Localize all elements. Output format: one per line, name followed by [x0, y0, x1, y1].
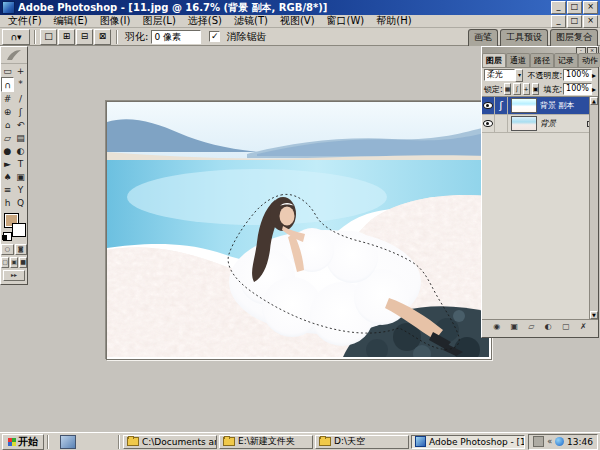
menu-file[interactable]: 文件(F)	[2, 14, 48, 28]
hand-icon: h	[5, 198, 11, 208]
close-button[interactable]: ×	[583, 1, 598, 14]
scroll-down-icon[interactable]: ▼	[590, 311, 598, 319]
lock-all-icon[interactable]: ▣	[532, 83, 540, 95]
menu-select[interactable]: 选择(S)	[182, 14, 228, 28]
slice-tool-button[interactable]: /	[14, 92, 27, 105]
minimize-button[interactable]: _	[551, 1, 566, 14]
layer-style-icon[interactable]: ◉	[493, 321, 500, 332]
lock-transparency-icon[interactable]: ▦	[504, 83, 512, 95]
standard-mode-button[interactable]: ○	[1, 244, 14, 255]
input-method-icon[interactable]	[533, 436, 544, 447]
gradient-tool-button[interactable]: ▤	[14, 131, 27, 144]
hand-tool-button[interactable]: h	[1, 196, 14, 209]
new-layer-icon[interactable]: ▢	[562, 321, 570, 332]
tab-tool-presets[interactable]: 工具预设	[500, 29, 548, 46]
magic-wand-tool-button[interactable]: *	[14, 77, 27, 90]
maximize-button[interactable]: □	[567, 1, 582, 14]
tab-channels[interactable]: 通道	[506, 53, 530, 67]
opacity-slider-arrow[interactable]: ▸	[592, 71, 596, 80]
menu-filter[interactable]: 滤镜(T)	[228, 14, 274, 28]
menu-edit[interactable]: 编辑(E)	[48, 14, 94, 28]
layer-list-scrollbar[interactable]: ▲ ▼	[589, 97, 598, 319]
clone-stamp-tool-button[interactable]: ⌂	[1, 118, 14, 131]
blend-mode-select[interactable]: 柔光	[484, 69, 515, 81]
imageready-button[interactable]: ▸▸	[3, 270, 25, 281]
visibility-toggle[interactable]	[482, 115, 495, 132]
type-icon: T	[18, 159, 24, 169]
menu-window[interactable]: 窗口(W)	[321, 14, 371, 28]
taskbar-item-documents[interactable]: C:\Documents and Settin...	[123, 435, 217, 449]
lock-pixels-icon[interactable]: ʃ	[513, 83, 520, 95]
fill-slider-arrow[interactable]: ▸	[592, 85, 596, 94]
eraser-tool-button[interactable]: ▱	[1, 131, 14, 144]
tool-preset-picker[interactable]: ∩▾	[2, 29, 30, 45]
tab-paths[interactable]: 路径	[530, 53, 554, 67]
taskbar-item-sky-folder[interactable]: D:\天空	[315, 435, 409, 449]
pen-tool-button[interactable]: ♠	[1, 170, 14, 183]
brush-icon: ʃ	[19, 107, 22, 117]
quick-mask-mode-button[interactable]: ◙	[15, 244, 28, 255]
scroll-up-icon[interactable]: ▲	[590, 97, 598, 105]
subtract-selection-button[interactable]: ⊟	[76, 29, 93, 45]
move-tool-button[interactable]: +	[14, 64, 27, 77]
blend-mode-dropdown-arrow[interactable]: ▾	[515, 69, 523, 82]
lock-position-icon[interactable]: +	[523, 83, 530, 95]
blur-tool-button[interactable]: ●	[1, 144, 14, 157]
crop-tool-button[interactable]: #	[1, 92, 14, 105]
messenger-icon[interactable]	[555, 437, 564, 446]
link-column[interactable]	[495, 115, 508, 132]
doc-minimize-button[interactable]: _	[551, 15, 566, 28]
taskbar-item-photoshop[interactable]: Adobe Photoshop - [11.j...	[411, 435, 525, 449]
fill-input[interactable]: 100%	[563, 83, 592, 95]
menu-image[interactable]: 图像(I)	[94, 14, 137, 28]
doc-close-button[interactable]: ×	[583, 15, 598, 28]
fullscreen-button[interactable]: ■	[19, 257, 27, 268]
menu-view[interactable]: 视图(V)	[274, 14, 321, 28]
opacity-input[interactable]: 100%	[563, 69, 592, 81]
taskbar-item-new-folder[interactable]: E:\新建文件夹	[219, 435, 313, 449]
layer-row-background-copy[interactable]: ʃ 背景 副本	[482, 97, 598, 115]
photo-canvas[interactable]	[106, 101, 492, 360]
zoom-tool-button[interactable]: Q	[14, 196, 27, 209]
notes-tool-button[interactable]: ≡	[1, 183, 14, 196]
feather-input[interactable]: 0 像素	[151, 30, 201, 44]
visibility-toggle[interactable]	[482, 97, 495, 114]
shape-tool-button[interactable]: ▣	[14, 170, 27, 183]
lasso-tool-button[interactable]: ∩	[1, 77, 14, 92]
rect-marquee-tool-button[interactable]: ▭	[1, 64, 14, 77]
tab-actions[interactable]: 动作	[578, 53, 600, 67]
menu-layer[interactable]: 图层(L)	[136, 14, 181, 28]
tab-layer-comps[interactable]: 图层复合	[550, 29, 598, 46]
tab-layers[interactable]: 图层	[482, 53, 506, 67]
doc-restore-button[interactable]: □	[567, 15, 582, 28]
healing-brush-tool-button[interactable]: ⊕	[1, 105, 14, 118]
adjustment-layer-icon[interactable]: ◐	[545, 321, 552, 332]
tab-brushes[interactable]: 画笔	[468, 29, 498, 46]
antialias-checkbox[interactable]: ✓	[209, 31, 220, 42]
delete-layer-icon[interactable]: ✗	[580, 321, 587, 332]
menu-help[interactable]: 帮助(H)	[370, 14, 417, 28]
type-tool-button[interactable]: T	[14, 157, 27, 170]
default-colors-icon[interactable]	[3, 232, 12, 241]
start-button[interactable]: 开始	[2, 434, 44, 450]
tab-history[interactable]: 记录	[554, 53, 578, 67]
layer-mask-icon[interactable]: ▣	[510, 321, 518, 332]
dodge-tool-button[interactable]: ◐	[14, 144, 27, 157]
path-selection-tool-button[interactable]: ►	[1, 157, 14, 170]
layer-name[interactable]: 背景	[540, 118, 587, 129]
tray-collapse-icon[interactable]: «	[547, 437, 552, 446]
brush-tool-button[interactable]: ʃ	[14, 105, 27, 118]
quick-launch-icon[interactable]	[60, 435, 76, 449]
toolbox-header[interactable]	[1, 47, 27, 64]
standard-screen-button[interactable]: ▢	[1, 257, 9, 268]
layer-row-background[interactable]: 背景	[482, 115, 598, 133]
intersect-selection-button[interactable]: ⊠	[94, 29, 111, 45]
history-brush-tool-button[interactable]: ↶	[14, 118, 27, 131]
background-color-swatch[interactable]	[12, 223, 26, 237]
add-selection-button[interactable]: ⊞	[58, 29, 75, 45]
fullscreen-menubar-button[interactable]: ▣	[10, 257, 18, 268]
new-group-icon[interactable]: ▱	[528, 321, 534, 332]
eyedropper-tool-button[interactable]: Y	[14, 183, 27, 196]
fill-label: 填充:	[543, 84, 562, 95]
new-selection-button[interactable]: □	[40, 29, 57, 45]
